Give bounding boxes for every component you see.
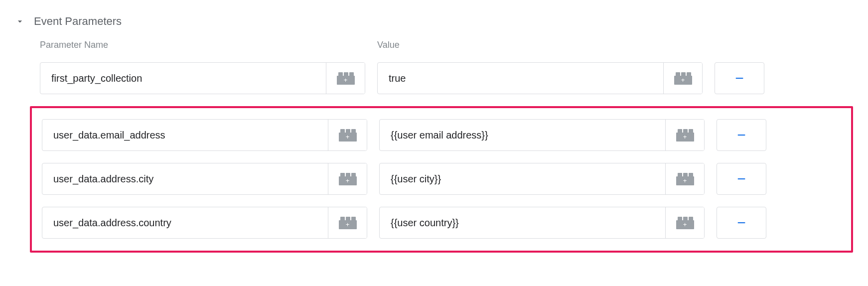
param-value-field-group: + [379,207,705,239]
col-header-param: Parameter Name [40,40,365,50]
param-value-input[interactable] [380,120,665,150]
param-row: + + − [42,163,841,195]
remove-row-button[interactable]: − [717,119,766,151]
variable-brick-icon: + [339,129,357,142]
collapse-toggle[interactable] [14,15,26,27]
col-header-value: Value [377,40,703,50]
param-name-field-group: + [42,207,367,239]
param-name-input[interactable] [40,63,326,94]
param-name-field-group: + [42,163,367,195]
insert-variable-button[interactable]: + [328,207,367,238]
variable-brick-icon: + [674,72,692,85]
param-name-field-group: + [42,119,367,151]
param-value-field-group: + [377,62,703,94]
highlighted-rows-annotation: + + − + [30,106,853,253]
param-name-input[interactable] [42,120,328,150]
param-row: + + − [42,207,841,239]
param-value-input[interactable] [380,207,665,238]
param-row: + + − [40,62,858,94]
param-value-input[interactable] [380,163,665,194]
variable-brick-icon: + [339,216,357,229]
param-name-field-group: + [40,62,365,94]
variable-brick-icon: + [339,172,357,185]
variable-brick-icon: + [676,172,694,185]
variable-brick-icon: + [676,216,694,229]
remove-row-button[interactable]: − [717,207,766,239]
insert-variable-button[interactable]: + [665,120,704,150]
variable-brick-icon: + [676,129,694,142]
remove-row-button[interactable]: − [715,62,764,94]
insert-variable-button[interactable]: + [665,207,704,238]
param-value-field-group: + [379,163,705,195]
remove-row-button[interactable]: − [717,163,766,195]
variable-brick-icon: + [337,72,355,85]
param-name-input[interactable] [42,163,328,194]
insert-variable-button[interactable]: + [328,120,367,150]
param-row: + + − [42,119,841,151]
chevron-down-icon [15,16,25,26]
insert-variable-button[interactable]: + [663,63,702,94]
insert-variable-button[interactable]: + [328,163,367,194]
insert-variable-button[interactable]: + [326,63,365,94]
param-value-field-group: + [379,119,705,151]
param-value-input[interactable] [378,63,663,94]
insert-variable-button[interactable]: + [665,163,704,194]
param-name-input[interactable] [42,207,328,238]
section-title: Event Parameters [34,15,122,28]
